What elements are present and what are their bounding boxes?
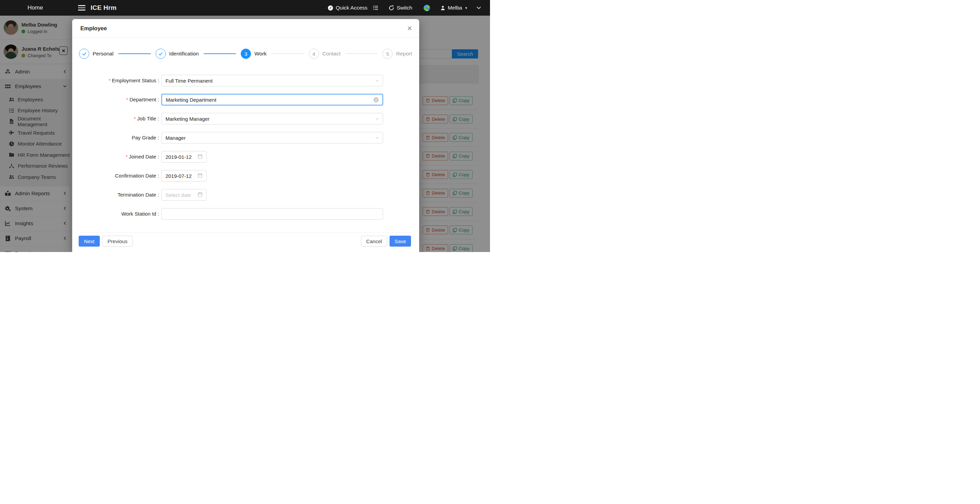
footer-divider: [80, 233, 411, 233]
step-personal[interactable]: Personal: [79, 49, 113, 59]
pay-grade-value: Manager: [165, 135, 375, 141]
step-connector: [118, 53, 151, 54]
employment-status-label: *Employment Status :: [80, 75, 159, 86]
modal-title: Employee: [80, 25, 107, 32]
employment-status-select[interactable]: Full Time Permanent: [161, 75, 383, 86]
step-contact[interactable]: 4 Contact: [309, 49, 340, 59]
step-work[interactable]: 3 Work: [241, 49, 267, 59]
step-identification[interactable]: Identification: [156, 49, 199, 59]
language-globe-icon[interactable]: [423, 0, 430, 16]
step-label: Contact: [323, 51, 340, 57]
switch-icon: [388, 5, 394, 11]
confirmation-date-datepicker[interactable]: 2019-07-12: [161, 170, 207, 182]
chevron-down-icon: [375, 78, 379, 84]
joined-date-label: *Joined Date :: [80, 151, 159, 163]
joined-date-value: 2019-01-12: [165, 154, 196, 160]
pay-grade-select[interactable]: Manager: [161, 132, 383, 144]
pay-grade-label: Pay Grade :: [80, 132, 159, 144]
modal-header: Employee ✕: [72, 19, 419, 38]
work-station-id-label: Work Station Id :: [80, 208, 159, 220]
employment-status-value: Full Time Permanent: [165, 78, 375, 84]
step-number: 4: [309, 49, 319, 59]
required-marker: *: [126, 97, 128, 102]
app-root: Home ICE Hrm Quick Access Switch Melba: [0, 0, 490, 252]
user-name-label: Melba: [448, 5, 462, 11]
step-report[interactable]: 5 Report: [382, 49, 412, 59]
joined-date-datepicker[interactable]: 2019-01-12: [161, 151, 207, 163]
job-title-value: Marketing Manager: [165, 116, 375, 122]
department-select[interactable]: Marketing Department ✕: [161, 94, 383, 105]
next-button[interactable]: Next: [79, 236, 100, 247]
clear-icon[interactable]: ✕: [374, 97, 379, 102]
switch-label: Switch: [397, 5, 412, 11]
termination-date-label: Termination Date :: [80, 189, 159, 201]
step-connector: [204, 53, 236, 54]
confirmation-date-value: 2019-07-12: [165, 173, 196, 179]
calendar-icon: [197, 192, 203, 198]
checklist-icon: [373, 5, 378, 11]
chevron-down-icon: [375, 135, 379, 141]
calendar-icon: [197, 154, 203, 160]
chevron-down-icon: [375, 116, 379, 122]
calendar-icon: [197, 173, 203, 179]
close-icon[interactable]: ✕: [407, 25, 412, 32]
user-menu[interactable]: Melba ▾: [440, 0, 467, 16]
step-label: Work: [255, 51, 267, 57]
step-number: 5: [382, 49, 393, 59]
step-label: Identification: [169, 51, 199, 57]
step-connector: [345, 53, 378, 54]
steps-wizard: Personal Identification 3 Work 4 Contact…: [72, 48, 419, 59]
work-station-id-input[interactable]: [161, 208, 383, 220]
save-button[interactable]: Save: [390, 236, 411, 247]
step-check-icon: [156, 49, 166, 59]
task-list-button[interactable]: [373, 0, 378, 16]
step-connector: [271, 53, 304, 54]
step-label: Personal: [92, 51, 113, 57]
app-brand: ICE Hrm: [91, 0, 116, 16]
department-label: *Department :: [80, 94, 159, 105]
cancel-button[interactable]: Cancel: [361, 236, 387, 247]
confirmation-date-label: Confirmation Date :: [80, 170, 159, 182]
required-marker: *: [126, 154, 127, 160]
required-marker: *: [134, 116, 135, 121]
step-number: 3: [241, 49, 251, 59]
department-value: Marketing Department: [166, 97, 374, 103]
compass-icon: [328, 5, 333, 11]
caret-down-icon: ▾: [465, 6, 467, 10]
nav-home-link[interactable]: Home: [0, 0, 70, 16]
step-label: Report: [396, 51, 412, 57]
employee-modal: Employee ✕ Personal Identification 3 Wor…: [72, 19, 419, 252]
quick-access-button[interactable]: Quick Access: [328, 0, 368, 16]
top-navbar: Home ICE Hrm Quick Access Switch Melba: [0, 0, 490, 16]
step-check-icon: [79, 49, 89, 59]
navbar-chevron-down-icon[interactable]: [476, 0, 482, 16]
termination-date-value: Select date: [165, 192, 196, 198]
termination-date-datepicker[interactable]: Select date: [161, 189, 207, 201]
job-title-select[interactable]: Marketing Manager: [161, 113, 383, 124]
quick-access-label: Quick Access: [336, 5, 368, 11]
person-icon: [440, 5, 445, 11]
required-marker: *: [109, 78, 110, 83]
switch-user-button[interactable]: Switch: [388, 0, 412, 16]
hamburger-menu-icon[interactable]: [78, 0, 86, 16]
job-title-label: *Job Title :: [80, 113, 159, 124]
previous-button[interactable]: Previous: [102, 236, 133, 247]
